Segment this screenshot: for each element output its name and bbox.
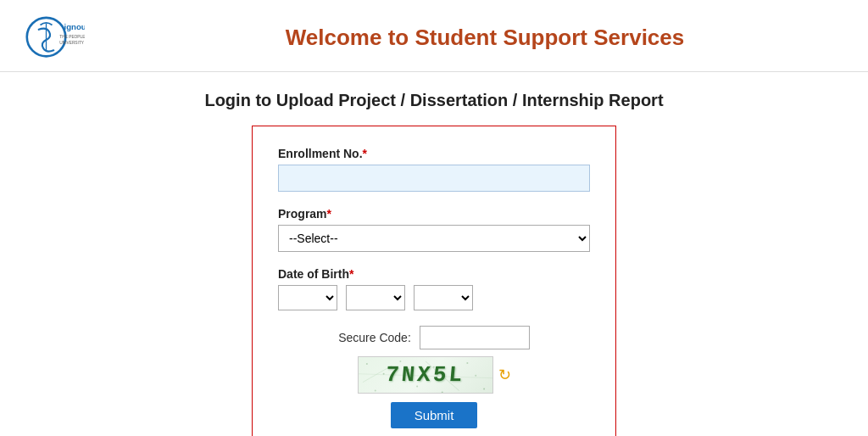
enrollment-required-star: * — [363, 147, 367, 160]
svg-point-6 — [382, 373, 384, 375]
dob-label: Date of Birth* — [278, 267, 590, 281]
dob-group: Date of Birth* — [278, 267, 590, 310]
submit-row: Submit — [278, 402, 590, 428]
captcha-container: 7NX5L ↻ — [278, 356, 590, 394]
svg-point-12 — [483, 388, 485, 390]
enrollment-input[interactable] — [278, 165, 590, 192]
form-box: Enrollment No.* Program* --Select-- Date… — [252, 126, 616, 436]
captcha-image: 7NX5L — [358, 356, 493, 394]
page-title-section: Login to Upload Project / Dissertation /… — [0, 91, 868, 110]
svg-point-5 — [365, 363, 367, 365]
program-required-star: * — [327, 207, 331, 221]
program-label: Program* — [278, 207, 590, 221]
welcome-title: Welcome to Student Support Services — [178, 25, 843, 51]
logo-area: ignou THE PEOPLE'S UNIVERSITY — [25, 12, 178, 63]
program-group: Program* --Select-- — [278, 207, 590, 252]
dob-day-select[interactable] — [278, 285, 337, 310]
secure-code-row: Secure Code: — [278, 326, 590, 349]
secure-code-input[interactable] — [420, 326, 530, 349]
captcha-refresh-icon[interactable]: ↻ — [498, 366, 511, 384]
dob-year-select[interactable] — [414, 285, 473, 310]
secure-code-label: Secure Code: — [338, 331, 411, 344]
svg-text:THE PEOPLE'S: THE PEOPLE'S — [59, 35, 85, 39]
form-outer: Enrollment No.* Program* --Select-- Date… — [0, 126, 868, 436]
dob-row — [278, 285, 590, 310]
svg-point-11 — [466, 362, 468, 364]
svg-text:UNIVERSITY: UNIVERSITY — [59, 41, 85, 45]
captcha-text: 7NX5L — [385, 362, 466, 388]
enrollment-group: Enrollment No.* — [278, 147, 590, 192]
ignou-logo: ignou THE PEOPLE'S UNIVERSITY — [25, 12, 85, 63]
enrollment-label: Enrollment No.* — [278, 147, 590, 160]
submit-button[interactable]: Submit — [391, 402, 478, 428]
page-title: Login to Upload Project / Dissertation /… — [0, 91, 868, 110]
dob-month-select[interactable] — [346, 285, 405, 310]
svg-point-15 — [441, 391, 442, 393]
svg-point-13 — [374, 390, 376, 392]
svg-text:ignou: ignou — [64, 22, 86, 31]
header: ignou THE PEOPLE'S UNIVERSITY Welcome to… — [0, 0, 868, 72]
program-select[interactable]: --Select-- — [278, 225, 590, 252]
dob-required-star: * — [349, 267, 353, 281]
svg-point-16 — [475, 375, 476, 377]
